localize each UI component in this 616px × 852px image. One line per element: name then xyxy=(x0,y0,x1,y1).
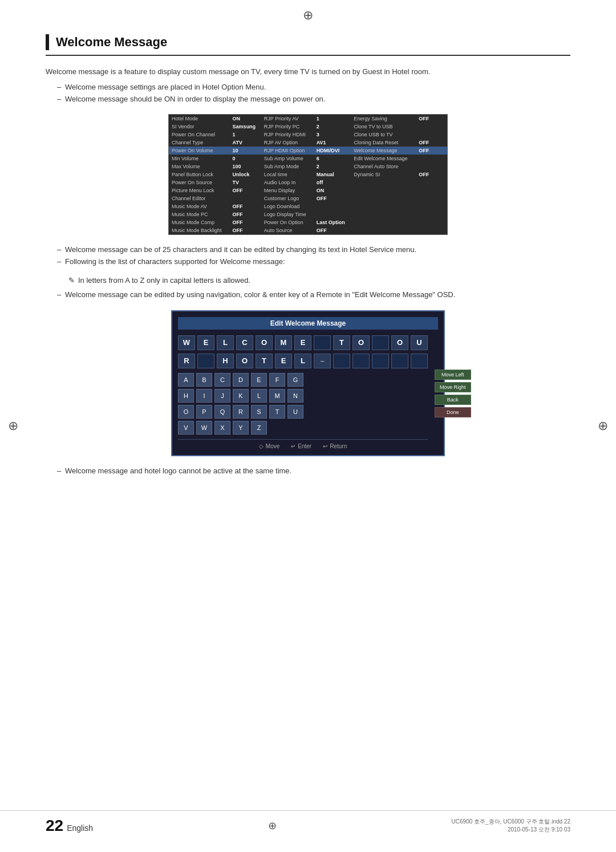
key-O[interactable]: O xyxy=(178,405,194,419)
osd-char-L2: L xyxy=(294,354,311,368)
osd-box: Edit Welcome Message W E L C O M E T O xyxy=(171,310,445,456)
key-P[interactable]: P xyxy=(196,405,212,419)
key-L[interactable]: L xyxy=(251,389,267,403)
key-R[interactable]: R xyxy=(233,405,249,419)
return-label: Return xyxy=(330,443,347,449)
footer-compass-icon: ⊕ xyxy=(268,819,277,832)
osd-kb-row-3: O P Q R S T U xyxy=(178,405,428,419)
osd-kb-row-4: V W X Y Z xyxy=(178,421,428,435)
hotel-menu-container: Hotel ModeONRJP Priority AV1Energy Savin… xyxy=(46,114,570,235)
middle-bullet-list: Welcome message can be of 25 characters … xyxy=(57,244,570,268)
top-compass-icon: ⊕ xyxy=(303,8,313,23)
page-container: ⊕ ⊕ ⊕ Welcome Message Welcome message is… xyxy=(0,0,616,852)
key-D[interactable]: D xyxy=(233,373,249,387)
osd-char-E3: E xyxy=(275,354,292,368)
left-compass-icon: ⊕ xyxy=(8,419,18,433)
key-S[interactable]: S xyxy=(251,405,267,419)
pencil-icon: ✎ xyxy=(68,276,75,285)
note-line: ✎ In letters from A to Z only in capital… xyxy=(68,276,570,285)
key-Q[interactable]: Q xyxy=(214,405,230,419)
osd-char-E1: E xyxy=(197,335,214,350)
osd-char-dash: – xyxy=(314,354,331,368)
osd-char-T2: T xyxy=(256,354,273,368)
osd-char-C: C xyxy=(236,335,253,350)
key-M[interactable]: M xyxy=(269,389,285,403)
osd-container: Edit Welcome Message W E L C O M E T O xyxy=(46,310,570,456)
key-N[interactable]: N xyxy=(287,389,303,403)
osd-title: Edit Welcome Message xyxy=(178,317,438,330)
osd-char-e4 xyxy=(391,354,408,368)
top-bullet-2: Welcome message should be ON in order to… xyxy=(57,94,570,106)
osd-footer-enter: ↵ Enter xyxy=(291,443,311,449)
osd-main: W E L C O M E T O O U xyxy=(178,335,428,449)
footer-filename: UC6900 호주_중아, UC6000 구주 호털.indd 22 xyxy=(452,818,570,826)
bottom-bullets: Welcome message and hotel logo cannot be… xyxy=(57,465,570,477)
menu-table: Hotel ModeONRJP Priority AV1Energy Savin… xyxy=(169,115,447,234)
osd-char-R: R xyxy=(178,354,195,368)
osd-text-row-1: W E L C O M E T O O U xyxy=(178,335,428,350)
move-label: Move xyxy=(266,443,279,449)
key-A[interactable]: A xyxy=(178,373,194,387)
key-K[interactable]: K xyxy=(233,389,249,403)
key-F[interactable]: F xyxy=(269,373,285,387)
footer-date: 2010-05-13 오전 9:10 03 xyxy=(508,826,570,834)
osd-char-sp2 xyxy=(372,335,389,350)
final-bullet: Welcome message and hotel logo cannot be… xyxy=(57,465,570,477)
page-number: 22 xyxy=(46,817,63,835)
key-U[interactable]: U xyxy=(287,405,303,419)
key-G[interactable]: G xyxy=(287,373,303,387)
osd-char-e1 xyxy=(333,354,350,368)
right-compass-icon: ⊕ xyxy=(598,419,608,433)
key-T[interactable]: T xyxy=(269,405,285,419)
osd-keyboard: A B C D E F G H I J K xyxy=(178,373,428,435)
key-C[interactable]: C xyxy=(214,373,230,387)
top-bullet-1: Welcome message settings are placed in H… xyxy=(57,82,570,94)
osd-char-e2 xyxy=(352,354,370,368)
osd-char-T: T xyxy=(333,335,350,350)
page-language: English xyxy=(67,823,93,833)
key-Z[interactable]: Z xyxy=(251,421,267,435)
move-right-btn[interactable]: Move Right xyxy=(435,382,471,392)
osd-char-O4: O xyxy=(236,354,253,368)
osd-kb-row-1: A B C D E F G xyxy=(178,373,428,387)
intro-text: Welcome message is a feature to display … xyxy=(46,66,570,78)
key-J[interactable]: J xyxy=(214,389,230,403)
middle-bullets: Welcome message can be of 25 characters … xyxy=(46,244,570,301)
enter-label: Enter xyxy=(298,443,311,449)
key-V[interactable]: V xyxy=(178,421,194,435)
section-title: Welcome Message xyxy=(56,35,167,50)
osd-char-L1: L xyxy=(217,335,234,350)
osd-char-U: U xyxy=(411,335,428,350)
osd-side-buttons: Move Left Move Right Back Done xyxy=(435,370,471,449)
osd-text-row-2: R H O T E L – xyxy=(178,354,428,368)
middle-bullet-2: Following is the list of characters supp… xyxy=(57,256,570,268)
osd-footer: ◇ Move ↵ Enter ↩ Return xyxy=(178,439,428,449)
move-icon: ◇ xyxy=(259,443,264,449)
osd-char-W: W xyxy=(178,335,195,350)
key-W[interactable]: W xyxy=(196,421,212,435)
back-btn[interactable]: Back xyxy=(435,395,471,405)
section-title-wrapper: Welcome Message xyxy=(46,34,570,56)
key-X[interactable]: X xyxy=(214,421,230,435)
note-text: In letters from A to Z only in capital l… xyxy=(78,276,250,285)
move-left-btn[interactable]: Move Left xyxy=(435,370,471,380)
return-icon: ↩ xyxy=(323,443,327,449)
page-footer: 22 English ⊕ UC6900 호주_중아, UC6000 구주 호털.… xyxy=(0,810,616,835)
key-H[interactable]: H xyxy=(178,389,194,403)
key-Y[interactable]: Y xyxy=(233,421,249,435)
osd-char-M: M xyxy=(275,335,292,350)
osd-char-O3: O xyxy=(391,335,408,350)
osd-char-O1: O xyxy=(256,335,273,350)
middle-bullet-1: Welcome message can be of 25 characters … xyxy=(57,244,570,256)
section-title-bar xyxy=(46,34,49,50)
bullet-osd: Welcome message can be edited by using n… xyxy=(57,289,570,301)
done-btn[interactable]: Done xyxy=(435,407,471,417)
key-I[interactable]: I xyxy=(196,389,212,403)
key-B[interactable]: B xyxy=(196,373,212,387)
osd-char-sp3 xyxy=(197,354,214,368)
footer-file-info: UC6900 호주_중아, UC6000 구주 호털.indd 22 2010-… xyxy=(452,818,570,834)
osd-char-H: H xyxy=(217,354,234,368)
key-E[interactable]: E xyxy=(251,373,267,387)
osd-side-container: W E L C O M E T O O U xyxy=(178,335,438,449)
bullet-osd-item: Welcome message can be edited by using n… xyxy=(57,289,570,301)
